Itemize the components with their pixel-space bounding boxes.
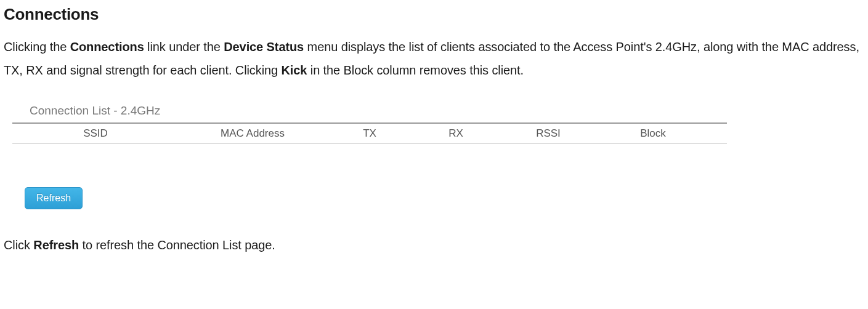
connection-list-panel: Connection List - 2.4GHz SSID MAC Addres… [12, 104, 727, 209]
connections-bold: Connections [70, 40, 144, 54]
column-header-rx: RX [413, 127, 499, 140]
refresh-button[interactable]: Refresh [25, 187, 83, 209]
text-fragment: to refresh the Connection List page. [79, 238, 275, 252]
device-status-bold: Device Status [224, 40, 304, 54]
footer-paragraph: Click Refresh to refresh the Connection … [4, 234, 864, 256]
panel-title: Connection List - 2.4GHz [30, 104, 727, 118]
text-fragment: Click [4, 238, 33, 252]
table-header-row: SSID MAC Address TX RX RSSI Block [12, 122, 727, 144]
text-fragment: Clicking the [4, 40, 70, 54]
text-fragment: in the Block column removes this client. [307, 63, 524, 77]
refresh-bold: Refresh [33, 238, 79, 252]
connection-table: SSID MAC Address TX RX RSSI Block [12, 122, 727, 144]
page-title: Connections [4, 5, 868, 24]
column-header-block: Block [598, 127, 708, 140]
column-header-rssi: RSSI [499, 127, 598, 140]
column-header-mac: MAC Address [179, 127, 327, 140]
kick-bold: Kick [281, 63, 307, 77]
intro-paragraph: Clicking the Connections link under the … [4, 35, 864, 82]
column-header-tx: TX [327, 127, 413, 140]
column-header-ssid: SSID [12, 127, 179, 140]
text-fragment: link under the [144, 40, 224, 54]
